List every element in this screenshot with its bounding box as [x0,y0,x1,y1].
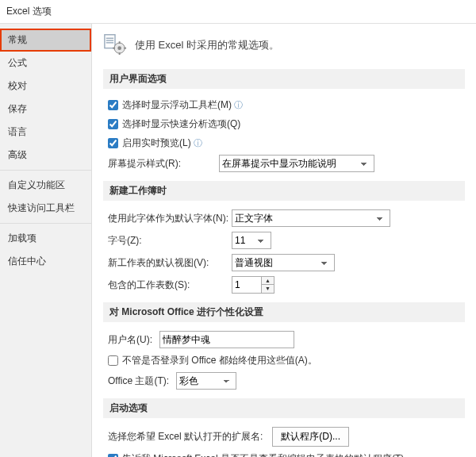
font-size-label: 字号(Z): [108,234,232,248]
svg-rect-1 [106,38,113,39]
svg-rect-3 [106,42,113,43]
window-title: Excel 选项 [0,0,476,24]
screentip-label: 屏幕提示样式(R): [108,157,219,171]
sheet-count-label: 包含的工作表数(S): [108,278,232,292]
default-font-label: 使用此字体作为默认字体(N): [108,212,232,225]
default-font-select[interactable]: 正文字体 [232,209,390,227]
section-startup: 启动选项 [103,398,465,418]
svg-rect-0 [105,35,115,48]
sidebar-item-quick-access[interactable]: 快速访问工具栏 [0,197,91,220]
sidebar-item-save[interactable]: 保存 [0,98,91,121]
sidebar-item-customize-ribbon[interactable]: 自定义功能区 [0,174,91,197]
spinner-down[interactable]: ▼ [262,285,274,293]
username-label: 用户名(U): [108,333,159,347]
theme-select[interactable]: 彩色 [176,372,236,390]
info-icon[interactable]: ⓘ [234,99,243,111]
svg-rect-6 [119,41,121,44]
sidebar: 常规 公式 校对 保存 语言 高级 自定义功能区 快速访问工具栏 加载项 信任中… [0,24,92,457]
sidebar-item-advanced[interactable]: 高级 [0,144,91,167]
main-layout: 常规 公式 校对 保存 语言 高级 自定义功能区 快速访问工具栏 加载项 信任中… [0,24,476,457]
svg-rect-8 [113,48,115,49]
checkbox-always-use[interactable]: 不管是否登录到 Office 都始终使用这些值(A)。 [108,354,317,367]
svg-point-5 [117,46,121,50]
username-input[interactable] [159,331,294,348]
ext-label: 选择您希望 Excel 默认打开的扩展名: [108,430,263,444]
sheet-count-input[interactable] [232,276,262,294]
default-view-label: 新工作表的默认视图(V): [108,256,232,270]
sidebar-item-general[interactable]: 常规 [0,29,91,52]
content-pane: 使用 Excel 时采用的常规选项。 用户界面选项 选择时显示浮动工具栏(M)ⓘ… [92,24,476,457]
sidebar-item-trust-center[interactable]: 信任中心 [0,250,91,273]
checkbox-quick-analysis[interactable]: 选择时显示快速分析选项(Q) [108,117,240,131]
spinner-up[interactable]: ▲ [262,277,274,285]
sidebar-separator [0,170,91,171]
font-size-select[interactable]: 11 [232,232,271,249]
info-icon[interactable]: ⓘ [194,137,202,149]
default-programs-button[interactable]: 默认程序(D)... [272,427,349,447]
sidebar-item-formulas[interactable]: 公式 [0,52,91,75]
section-new-workbook: 新建工作簿时 [103,181,465,201]
screentip-select[interactable]: 在屏幕提示中显示功能说明 [219,155,374,172]
checkbox-live-preview[interactable]: 启用实时预览(L) [108,136,191,150]
checkbox-tell-me[interactable]: 告诉我 Microsoft Excel 是否不是查看和编辑电子表格的默认程序(T… [108,452,413,458]
svg-rect-7 [119,52,121,55]
sidebar-item-language[interactable]: 语言 [0,121,91,144]
theme-label: Office 主题(T): [108,374,176,388]
section-personalize: 对 Microsoft Office 进行个性化设置 [103,302,465,322]
sidebar-item-addins[interactable]: 加载项 [0,227,91,250]
section-ui-options: 用户界面选项 [103,69,465,89]
sidebar-separator [0,223,91,224]
svg-rect-9 [124,48,126,49]
header-text: 使用 Excel 时采用的常规选项。 [135,38,279,52]
checkbox-mini-toolbar[interactable]: 选择时显示浮动工具栏(M) [108,98,232,112]
sidebar-item-proofing[interactable]: 校对 [0,75,91,98]
default-view-select[interactable]: 普通视图 [232,254,335,271]
svg-rect-2 [106,40,113,40]
options-icon [103,32,127,58]
